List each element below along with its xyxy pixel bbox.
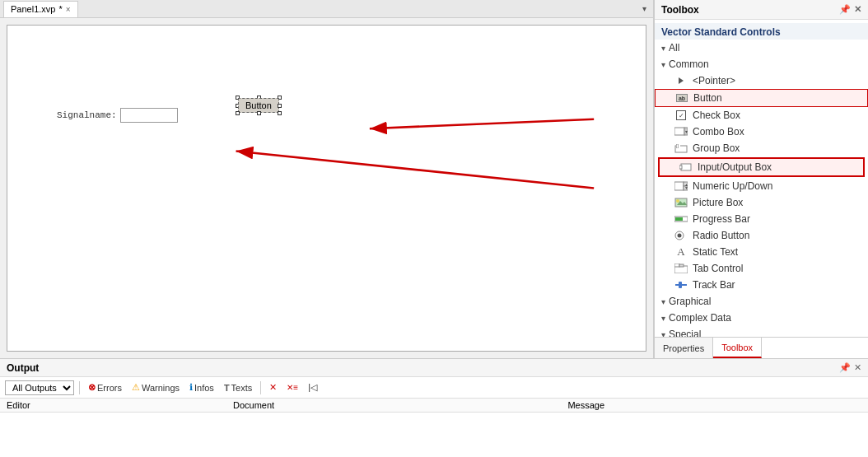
inputoutput-icon: [679, 161, 693, 174]
toolbox-item-trackbar[interactable]: Track Bar: [655, 277, 868, 293]
chevron-complexdata: ▾: [661, 314, 665, 323]
column-message: Message: [561, 399, 868, 413]
tab-modified: *: [58, 4, 62, 14]
resize-handle-bl[interactable]: [236, 111, 240, 115]
toolbox-group-common[interactable]: ▾ Common: [655, 56, 868, 72]
errors-button[interactable]: ⊗ Errors: [85, 381, 125, 394]
clear-button[interactable]: ✕: [266, 381, 280, 394]
toolbox-item-numeric[interactable]: ▲ ▼ Numeric Up/Down: [655, 178, 868, 194]
toolbox-item-inputoutput[interactable]: Input/Output Box: [658, 157, 865, 177]
chevron-all: ▾: [661, 44, 665, 53]
canvas-area[interactable]: Signalname: Button: [7, 25, 646, 352]
clear-all-button[interactable]: ✕≡: [283, 382, 301, 393]
radiobutton-icon: [674, 229, 688, 242]
toolbox-item-picturebox[interactable]: Picture Box: [655, 194, 868, 211]
toolbox-item-groupbox-label: Group Box: [693, 142, 740, 154]
output-select[interactable]: All Outputs: [5, 380, 74, 395]
clear-all-icon: ✕≡: [287, 383, 298, 392]
editor-tab[interactable]: Panel1.xvp * ×: [3, 1, 78, 17]
svg-rect-9: [681, 164, 691, 170]
toolbox-item-combobox[interactable]: ▾ Combo Box: [655, 124, 868, 140]
toolbox-item-tabcontrol[interactable]: Tab Control: [655, 260, 868, 277]
signal-row: Signalname:: [57, 108, 178, 123]
toolbox-item-trackbar-label: Track Bar: [693, 279, 735, 291]
warnings-button[interactable]: ⚠ Warnings: [128, 381, 183, 394]
svg-line-1: [370, 119, 594, 129]
trackbar-icon: [674, 278, 688, 291]
toolbox-item-checkbox-label: Check Box: [693, 110, 740, 121]
svg-rect-27: [679, 282, 682, 288]
toolbox-item-button-label: Button: [693, 92, 722, 104]
resize-handle-bm[interactable]: [257, 111, 261, 115]
toolbox-item-tabcontrol-label: Tab Control: [693, 263, 743, 274]
texts-icon: T: [224, 383, 230, 393]
toolbox-group-complexdata[interactable]: ▾ Complex Data: [655, 310, 868, 326]
output-header-icons: 📌 ✕: [839, 362, 861, 373]
button-widget[interactable]: Button: [238, 98, 279, 113]
texts-label: Texts: [231, 383, 253, 393]
error-icon: ⊗: [88, 382, 96, 393]
groupbox-icon: []: [674, 142, 688, 155]
toolbox-title: Toolbox: [661, 4, 699, 16]
more-button[interactable]: |◁: [305, 381, 320, 394]
toolbox-item-inputoutput-label: Input/Output Box: [698, 161, 772, 173]
toolbox-item-groupbox[interactable]: [] Group Box: [655, 140, 868, 156]
signal-input[interactable]: [120, 108, 178, 123]
more-icon: |◁: [308, 382, 317, 393]
toolbox-item-progressbar-label: Progress Bar: [693, 213, 750, 225]
chevron-graphical: ▾: [661, 297, 665, 306]
output-panel: Output 📌 ✕ All Outputs ⊗ Errors ⚠ Warnin…: [0, 358, 868, 457]
output-pin-icon[interactable]: 📌: [839, 362, 851, 373]
toolbox-item-pointer-label: <Pointer>: [693, 75, 735, 86]
editor-panel: Panel1.xvp * × ▾ Signalname: Button: [0, 0, 654, 358]
clear-icon: ✕: [269, 382, 277, 393]
toolbox-item-pointer[interactable]: <Pointer>: [655, 72, 868, 89]
toolbox-group-graphical[interactable]: ▾ Graphical: [655, 293, 868, 310]
pin-icon[interactable]: 📌: [839, 4, 851, 15]
warnings-label: Warnings: [142, 383, 180, 393]
close-icon[interactable]: ✕: [854, 4, 861, 15]
toolbox-section-title: Vector Standard Controls: [655, 23, 868, 40]
toolbox-group-special[interactable]: ▾ Special: [655, 326, 868, 337]
toolbox-group-all[interactable]: ▾ All: [655, 40, 868, 56]
statictext-icon: A: [674, 245, 688, 259]
output-toolbar: All Outputs ⊗ Errors ⚠ Warnings ℹ Infos …: [0, 377, 868, 399]
svg-point-22: [678, 234, 682, 238]
toolbox-item-radiobutton[interactable]: Radio Button: [655, 227, 868, 244]
svg-rect-10: [679, 166, 682, 169]
toolbox-item-progressbar[interactable]: Progress Bar: [655, 211, 868, 227]
chevron-special: ▾: [661, 330, 665, 338]
resize-handle-mr[interactable]: [278, 104, 282, 108]
output-title: Output: [7, 362, 39, 374]
group-graphical-label: Graphical: [669, 296, 711, 307]
texts-button[interactable]: T Texts: [221, 382, 255, 394]
svg-rect-3: [674, 128, 684, 135]
toolbox-item-radiobutton-label: Radio Button: [693, 230, 749, 241]
tab-dropdown-button[interactable]: ▾: [639, 2, 650, 15]
resize-handle-br[interactable]: [278, 111, 282, 115]
toolbox-tab[interactable]: Toolbox: [713, 338, 762, 358]
checkbox-icon: ✓: [674, 109, 688, 122]
tab-close-button[interactable]: ×: [66, 5, 71, 14]
tab-bar: Panel1.xvp * × ▾: [0, 0, 653, 18]
infos-label: Infos: [194, 383, 214, 393]
properties-tab-label: Properties: [663, 343, 704, 353]
toolbox-item-combobox-label: Combo Box: [693, 126, 744, 138]
svg-rect-25: [679, 264, 684, 267]
signal-label: Signalname:: [57, 110, 117, 120]
tabcontrol-icon: [674, 262, 688, 275]
toolbox-item-numeric-label: Numeric Up/Down: [693, 180, 772, 192]
group-special-label: Special: [669, 329, 701, 337]
toolbox-item-button[interactable]: ab Button: [655, 89, 868, 107]
group-complexdata-label: Complex Data: [669, 312, 731, 324]
infos-button[interactable]: ℹ Infos: [186, 381, 217, 394]
toolbox-item-statictext[interactable]: A Static Text: [655, 244, 868, 260]
toolbar-separator-1: [79, 381, 80, 394]
tab-label: Panel1.xvp: [11, 4, 55, 14]
properties-tab[interactable]: Properties: [655, 338, 713, 358]
toolbox-header: Toolbox 📌 ✕: [655, 0, 868, 20]
toolbox-item-checkbox[interactable]: ✓ Check Box: [655, 107, 868, 124]
info-icon: ℹ: [189, 382, 193, 393]
output-close-icon[interactable]: ✕: [854, 362, 861, 373]
svg-rect-20: [675, 217, 683, 221]
